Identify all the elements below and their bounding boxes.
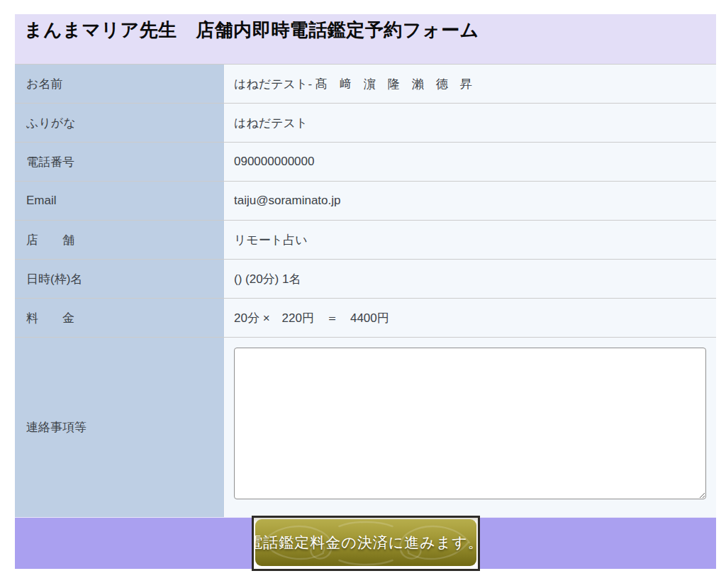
reservation-form: まんまマリア先生 店舗内即時電話鑑定予約フォーム お名前 はねだテスト- 髙 﨑… xyxy=(15,14,716,569)
row-datetime-slot: 日時(枠)名 () (20分) 1名 xyxy=(15,259,716,298)
notes-label: 連絡事項等 xyxy=(15,338,225,517)
email-label: Email xyxy=(15,182,225,220)
name-value: はねだテスト- 髙 﨑 濵 隆 瀨 德 昇 xyxy=(225,65,716,103)
row-fee: 料 金 20分 × 220円 ＝ 4400円 xyxy=(15,298,716,337)
row-notes: 連絡事項等 xyxy=(15,337,716,517)
page-title: まんまマリア先生 店舗内即時電話鑑定予約フォーム xyxy=(24,18,706,42)
phone-label: 電話番号 xyxy=(15,143,225,181)
row-phone: 電話番号 090000000000 xyxy=(15,142,716,181)
form-header: まんまマリア先生 店舗内即時電話鑑定予約フォーム xyxy=(15,14,716,64)
notes-textarea[interactable] xyxy=(234,348,706,499)
notes-cell xyxy=(225,338,716,517)
row-store: 店 舗 リモート占い xyxy=(15,220,716,259)
form-table: お名前 はねだテスト- 髙 﨑 濵 隆 瀨 德 昇 ふりがな はねだテスト 電話… xyxy=(15,64,716,517)
phone-value: 090000000000 xyxy=(225,143,716,181)
fee-label: 料 金 xyxy=(15,299,225,337)
datetime-slot-value: () (20分) 1名 xyxy=(225,260,716,298)
row-email: Email taiju@soraminato.jp xyxy=(15,181,716,220)
reservation-form-page: まんまマリア先生 店舗内即時電話鑑定予約フォーム お名前 はねだテスト- 髙 﨑… xyxy=(0,0,726,588)
button-face: 電話鑑定料金の決済に進みます。 xyxy=(255,519,476,566)
proceed-to-payment-button[interactable]: 電話鑑定料金の決済に進みます。 xyxy=(252,516,480,571)
datetime-slot-label: 日時(枠)名 xyxy=(15,260,225,298)
name-label: お名前 xyxy=(15,65,225,103)
furigana-label: ふりがな xyxy=(15,104,225,142)
fee-value: 20分 × 220円 ＝ 4400円 xyxy=(225,299,716,337)
furigana-value: はねだテスト xyxy=(225,104,716,142)
email-value: taiju@soraminato.jp xyxy=(225,182,716,220)
store-value: リモート占い xyxy=(225,221,716,259)
store-label: 店 舗 xyxy=(15,221,225,259)
submit-button-label: 電話鑑定料金の決済に進みます。 xyxy=(255,533,476,553)
row-name: お名前 はねだテスト- 髙 﨑 濵 隆 瀨 德 昇 xyxy=(15,64,716,103)
footer-bar: 電話鑑定料金の決済に進みます。 xyxy=(15,517,716,569)
row-furigana: ふりがな はねだテスト xyxy=(15,103,716,142)
